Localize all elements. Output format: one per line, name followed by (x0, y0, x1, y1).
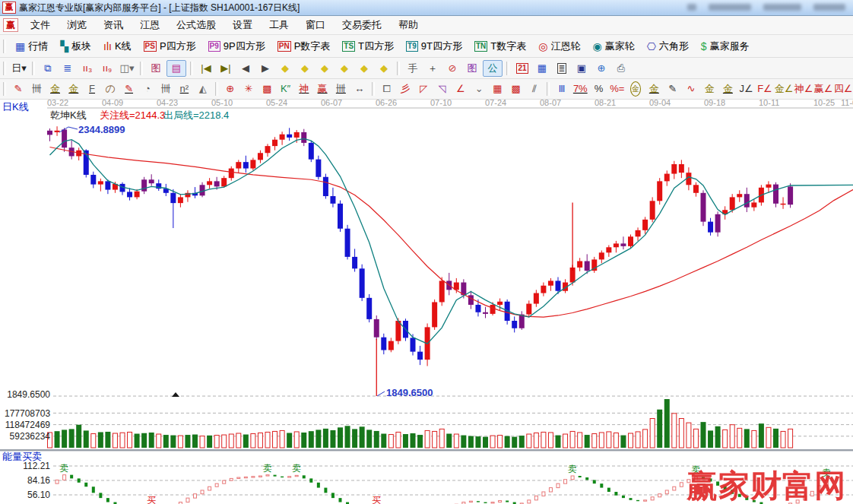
v-dotted-icon[interactable]: ⌄ (471, 81, 487, 97)
j-angle-icon[interactable]: J∠ (738, 81, 755, 97)
candles-9-icon[interactable]: ıı₉ (98, 61, 116, 76)
shen-ruler-icon[interactable]: 神 (296, 81, 312, 97)
fan-lines-icon[interactable]: 彡 (397, 81, 414, 97)
gold-ruler-2-icon[interactable]: 金 (65, 81, 82, 97)
f-ruler-icon[interactable]: F (84, 81, 100, 97)
zoom-diamond-5-icon[interactable]: ◆ (355, 61, 373, 76)
nav-last-icon[interactable]: ▶| (217, 61, 235, 76)
spiral-icon[interactable]: の (102, 81, 119, 97)
notepad-icon[interactable]: ≣ (553, 61, 571, 76)
gann-chart-icon[interactable]: 图 (147, 61, 165, 76)
child-window-icon[interactable]: 赢 (3, 18, 18, 32)
toolbar-button-p-square[interactable]: PSP四方形 (138, 37, 202, 55)
slashes-icon[interactable]: ⫽ (526, 81, 543, 97)
hand-tool-icon[interactable]: 手 (404, 61, 422, 76)
color-histogram-icon[interactable]: ▤ (166, 60, 186, 77)
nav-first-icon[interactable]: |◀ (197, 61, 215, 76)
window-split-icon[interactable]: 日▾ (10, 61, 28, 76)
grid-box-1-icon[interactable]: ▦ (489, 81, 506, 97)
chart-window-icon[interactable]: ⧉ (39, 61, 57, 76)
width-arrows-icon[interactable]: ↔ (351, 81, 368, 97)
gold-wave-icon[interactable]: 金 (701, 81, 718, 97)
web-grid-icon[interactable]: ▩ (258, 81, 275, 97)
menu-item-9[interactable]: 帮助 (390, 17, 426, 33)
blue-scale-icon[interactable]: Ⅲ (553, 81, 570, 97)
calendar-21-icon[interactable]: 21 (513, 61, 531, 76)
ying-ruler-icon[interactable]: 赢 (314, 81, 331, 97)
gold-underline-icon[interactable]: 金 (719, 81, 736, 97)
toolbar-separator (547, 82, 550, 96)
shen-angle-icon[interactable]: 神∠ (794, 81, 813, 97)
red-pen-icon[interactable]: ✎ (10, 81, 27, 97)
toolbar-button-t-table[interactable]: TNT数字表 (468, 37, 532, 55)
pen-ruler-icon[interactable]: ✎ (120, 81, 137, 97)
toolbar-button-p-table[interactable]: PNP数字表 (271, 37, 337, 55)
fan-box-1-icon[interactable]: ◸ (415, 81, 432, 97)
clipboard-icon[interactable]: ≣ (59, 61, 77, 76)
toolbar-button-winner-service[interactable]: $赢家服务 (695, 37, 756, 55)
candle-style-icon[interactable]: ◫▾ (118, 61, 136, 76)
zoom-diamond-3-icon[interactable]: ◆ (316, 61, 334, 76)
gold-angle-icon[interactable]: 金∠ (775, 81, 793, 97)
zoom-diamond-4-icon[interactable]: ◆ (335, 61, 354, 76)
gold-line-icon[interactable]: 金 (645, 81, 662, 97)
toolbar-button-winner-wheel[interactable]: ◉赢家轮 (586, 37, 640, 55)
target-circle-icon[interactable]: ⊕ (222, 81, 239, 97)
toolbar-button-9p-square[interactable]: P99P四方形 (202, 37, 271, 55)
print-icon[interactable]: ⎙ (612, 61, 630, 76)
toolbar-button-hexagon[interactable]: ⎔六角形 (641, 37, 695, 55)
ying-angle-icon[interactable]: 赢∠ (814, 81, 832, 97)
fan-box-2-icon[interactable]: ◹ (433, 81, 450, 97)
toolbar-button-gann-wheel[interactable]: ◎江恩轮 (532, 37, 586, 55)
box-ruler-icon[interactable]: ⧠ (379, 81, 395, 97)
f-angle-icon[interactable]: F∠ (756, 81, 773, 97)
toolbar-button-t-square[interactable]: TST四方形 (336, 37, 400, 55)
menu-item-8[interactable]: 交易委托 (334, 17, 390, 33)
nav-next-icon[interactable]: ▶ (256, 61, 274, 76)
menu-item-1[interactable]: 浏览 (59, 17, 95, 33)
calculator-icon[interactable]: ▦ (533, 61, 551, 76)
percent-line-icon[interactable]: %= (609, 81, 626, 97)
percent-icon[interactable]: % (590, 81, 607, 97)
candles-3-icon[interactable]: ıı₃ (78, 61, 97, 76)
menu-item-7[interactable]: 窗口 (297, 17, 334, 33)
zoom-diamond-1-icon[interactable]: ◆ (276, 61, 294, 76)
k-quote-icon[interactable]: K″ (277, 81, 293, 97)
network-icon[interactable]: ⊕ (592, 61, 610, 76)
formula-tool-icon[interactable]: 公 (483, 60, 503, 77)
gold-ruler-1-icon[interactable]: 金 (46, 81, 63, 97)
chart-area[interactable]: 03-2204-0904-2305-1005-2406-0706-2607-10… (0, 100, 853, 504)
purple-chart-icon[interactable]: 图 (463, 61, 481, 76)
zoom-off-icon[interactable]: ⊘ (443, 61, 461, 76)
ruler-123-icon[interactable]: 卌 (332, 81, 349, 97)
crosshair-tool-icon[interactable]: ＋ (423, 61, 442, 76)
menu-item-0[interactable]: 文件 (22, 17, 59, 33)
toolbar-button-9t-square[interactable]: T99T四方形 (400, 37, 468, 55)
gold-circle-icon[interactable]: 金 (627, 81, 644, 97)
ruler-2-icon[interactable]: 卌 (157, 81, 174, 97)
toolbar-button-kline[interactable]: ılıK线 (97, 37, 138, 55)
n2-ruler-icon[interactable]: n² (176, 81, 192, 97)
red-zigzag-icon[interactable]: ∿ (683, 81, 699, 97)
nav-prev-icon[interactable]: ◀ (236, 61, 255, 76)
percent-strike-icon[interactable]: 7% (572, 81, 588, 97)
grid-box-2-icon[interactable]: ▩ (507, 81, 524, 97)
menu-item-5[interactable]: 设置 (224, 17, 261, 33)
zoom-diamond-6-icon[interactable]: ◆ (375, 61, 393, 76)
menu-item-4[interactable]: 公式选股 (168, 17, 224, 33)
menu-item-6[interactable]: 工具 (261, 17, 297, 33)
save-icon[interactable]: ▣ (572, 61, 591, 76)
toolbar-button-sectors[interactable]: ▚板块 (54, 37, 97, 55)
angle-tool-icon[interactable]: ◭ (195, 81, 211, 97)
circle-cycle-icon[interactable]: ◔ (139, 81, 156, 97)
ruler-icon[interactable]: 卌 (28, 81, 45, 97)
toolbar-button-quotes[interactable]: ▦行情 (9, 37, 54, 55)
si-angle-icon[interactable]: 四∠ (834, 81, 852, 97)
zoom-diamond-2-icon[interactable]: ◆ (296, 61, 314, 76)
toolbar-separator (140, 62, 143, 75)
menu-item-3[interactable]: 江恩 (132, 17, 168, 33)
candle-pen-icon[interactable]: ✎ (664, 81, 680, 97)
web-star-icon[interactable]: ✳ (240, 81, 257, 97)
menu-item-2[interactable]: 资讯 (95, 17, 132, 33)
angle-lines-icon[interactable]: ∠ (452, 81, 469, 97)
